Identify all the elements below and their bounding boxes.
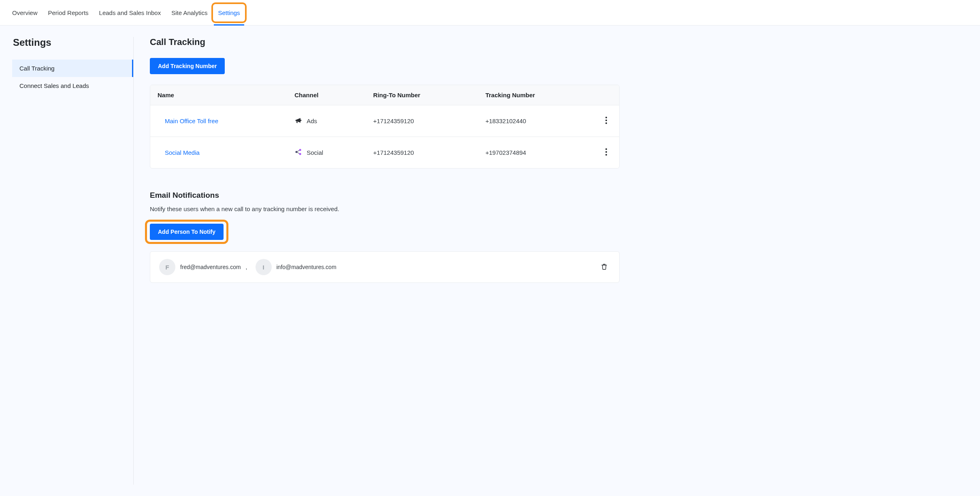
more-vertical-icon	[605, 148, 607, 157]
channel-cell: Social	[294, 148, 358, 157]
col-channel: Channel	[287, 85, 366, 105]
tracking-number-value: +19702374894	[478, 137, 595, 169]
sidebar-title: Settings	[13, 37, 133, 48]
add-tracking-number-button[interactable]: Add Tracking Number	[150, 58, 225, 74]
svg-point-9	[605, 148, 607, 150]
page-body: Settings Call Tracking Connect Sales and…	[0, 26, 980, 496]
tab-settings[interactable]: Settings	[214, 0, 244, 26]
svg-point-4	[296, 151, 298, 153]
list-item: I info@madventures.com	[256, 259, 337, 275]
email-notifications-title: Email Notifications	[150, 191, 620, 200]
trash-icon	[601, 265, 608, 272]
ring-to-value: +17124359120	[366, 137, 478, 169]
delete-notify-button[interactable]	[598, 260, 610, 274]
list-item: F fred@madventures.com ,	[159, 259, 250, 275]
channel-label: Social	[307, 149, 323, 156]
more-vertical-icon	[605, 117, 607, 125]
svg-point-6	[299, 153, 301, 155]
ring-to-value: +17124359120	[366, 105, 478, 137]
svg-line-7	[297, 150, 299, 152]
tracking-name-link[interactable]: Social Media	[158, 149, 200, 156]
person-email: fred@madventures.com	[180, 264, 241, 270]
annotation-highlight-wrap: Add Person To Notify	[145, 220, 228, 244]
top-nav: Overview Period Reports Leads and Sales …	[0, 0, 980, 26]
avatar: I	[256, 259, 272, 275]
channel-label: Ads	[307, 118, 317, 124]
page-title: Call Tracking	[150, 37, 620, 47]
settings-sidebar: Settings Call Tracking Connect Sales and…	[12, 37, 134, 485]
tracking-table: Name Channel Ring-To Number Tracking Num…	[150, 85, 620, 169]
col-name: Name	[150, 85, 287, 105]
sidebar-item-call-tracking[interactable]: Call Tracking	[12, 60, 133, 77]
avatar: F	[159, 259, 175, 275]
svg-point-2	[605, 120, 607, 121]
tab-leads-sales-inbox[interactable]: Leads and Sales Inbox	[95, 0, 165, 26]
row-more-button[interactable]	[603, 146, 609, 159]
person-email: info@madventures.com	[277, 264, 337, 270]
main-content: Call Tracking Add Tracking Number Name C…	[134, 37, 620, 485]
svg-point-1	[605, 117, 607, 118]
row-more-button[interactable]	[603, 114, 609, 128]
social-share-icon	[294, 148, 303, 157]
channel-cell: Ads	[294, 116, 358, 126]
svg-point-5	[299, 149, 301, 151]
tracking-number-value: +18332102440	[478, 105, 595, 137]
tab-site-analytics[interactable]: Site Analytics	[167, 0, 211, 26]
notify-people-list: F fred@madventures.com , I info@madventu…	[159, 259, 598, 275]
tab-period-reports[interactable]: Period Reports	[44, 0, 93, 26]
svg-line-8	[297, 152, 299, 154]
table-row: Main Office Toll free Ads +17124359120 +…	[150, 105, 619, 137]
email-notifications-desc: Notify these users when a new call to an…	[150, 205, 620, 212]
table-row: Social Media Social +17124359120 +197023…	[150, 137, 619, 169]
col-ring-to: Ring-To Number	[366, 85, 478, 105]
col-tracking: Tracking Number	[478, 85, 595, 105]
megaphone-icon	[294, 116, 303, 126]
svg-point-10	[605, 151, 607, 153]
svg-point-11	[605, 154, 607, 156]
add-person-to-notify-button[interactable]: Add Person To Notify	[150, 224, 224, 240]
tab-settings-label: Settings	[218, 9, 240, 16]
svg-point-3	[605, 122, 607, 124]
notify-card: F fred@madventures.com , I info@madventu…	[150, 251, 620, 283]
col-actions	[595, 85, 619, 105]
sidebar-item-connect-sales-leads[interactable]: Connect Sales and Leads	[12, 77, 133, 94]
tracking-name-link[interactable]: Main Office Toll free	[158, 118, 218, 124]
tab-overview[interactable]: Overview	[8, 0, 42, 26]
separator: ,	[246, 264, 247, 270]
svg-point-0	[300, 120, 301, 121]
